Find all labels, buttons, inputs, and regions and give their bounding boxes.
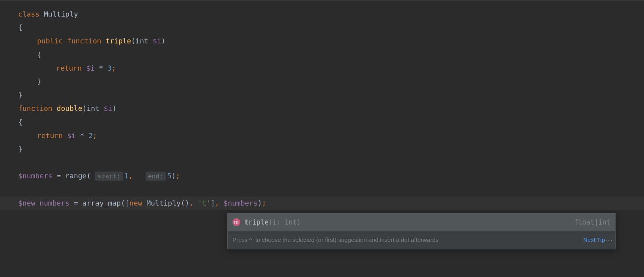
semicolon: ; xyxy=(262,199,266,207)
brace-close: } xyxy=(18,91,22,99)
paren-close: ) xyxy=(112,104,116,112)
completion-return-type: float|int xyxy=(574,216,610,228)
bracket-open: [ xyxy=(125,199,129,207)
code-line[interactable]: } xyxy=(0,88,644,102)
class-name: Multiply xyxy=(44,10,78,18)
autocomplete-popup: m triple(i: int) float|int Press ^. to c… xyxy=(227,213,616,249)
semicolon: ; xyxy=(176,172,180,180)
paren-close: ) xyxy=(171,172,176,180)
op-equals: = xyxy=(74,199,78,207)
keyword-return: return xyxy=(37,131,63,140)
code-line[interactable]: return $i * 3; xyxy=(0,62,644,75)
fn-range: range xyxy=(65,172,86,180)
type-int: int xyxy=(135,37,148,45)
code-line[interactable]: function double(int $i) xyxy=(0,102,644,115)
comma: , xyxy=(129,172,133,180)
paren-open: ( xyxy=(82,104,87,112)
empty-args: () xyxy=(181,199,189,207)
paren-open: ( xyxy=(131,37,135,45)
number-1: 1 xyxy=(124,172,129,180)
op-mul: * xyxy=(80,131,84,140)
param-hint-end: end: xyxy=(146,172,166,181)
paren-open: ( xyxy=(86,172,91,180)
code-line[interactable]: { xyxy=(0,116,644,129)
number-2: 2 xyxy=(88,131,93,140)
comma: , xyxy=(189,199,194,207)
code-line[interactable]: class Multiply xyxy=(0,7,644,21)
completion-item[interactable]: m triple(i: int) float|int xyxy=(228,213,615,231)
kebab-menu-icon[interactable]: ⋮ xyxy=(608,237,610,244)
var-i: $i xyxy=(86,64,95,72)
tip-text: Press ^. to choose the selected (or firs… xyxy=(232,234,580,246)
bracket-close: ] xyxy=(211,199,215,207)
code-line[interactable]: { xyxy=(0,21,644,34)
keyword-function: function xyxy=(18,104,52,112)
code-line[interactable]: } xyxy=(0,75,644,88)
keyword-public: public xyxy=(37,37,63,45)
brace-open: { xyxy=(18,118,22,126)
fn-array-map: array_map xyxy=(82,199,121,207)
top-divider xyxy=(0,0,644,0)
param-i: $i xyxy=(104,104,112,112)
completion-tip-bar: Press ^. to choose the selected (or firs… xyxy=(228,231,615,249)
paren-close: ) xyxy=(258,199,262,207)
next-tip-link[interactable]: Next Tip xyxy=(583,234,605,246)
code-line[interactable]: } xyxy=(0,142,644,156)
code-line[interactable]: $numbers = range( start:1, end:5); xyxy=(0,169,644,183)
method-icon: m xyxy=(232,218,240,226)
keyword-return: return xyxy=(56,64,82,72)
code-line[interactable]: public function triple(int $i) xyxy=(0,34,644,48)
var-i: $i xyxy=(67,131,76,140)
brace-close: } xyxy=(18,145,22,153)
empty-line[interactable] xyxy=(0,156,644,169)
paren-open: ( xyxy=(121,199,125,207)
param-hint-start: start: xyxy=(95,172,123,181)
function-name: double xyxy=(57,104,82,112)
brace-open: { xyxy=(37,51,41,59)
class-ctor: Multiply xyxy=(146,199,181,207)
keyword-function: function xyxy=(67,37,101,45)
code-line-active[interactable]: $new_numbers = array_map([new Multiply()… xyxy=(0,197,644,210)
semicolon: ; xyxy=(112,64,116,72)
number-5: 5 xyxy=(167,172,172,180)
code-line[interactable]: return $i * 2; xyxy=(0,129,644,142)
param-i: $i xyxy=(153,37,161,45)
var-new-numbers: $new_numbers xyxy=(18,199,69,207)
op-mul: * xyxy=(99,64,103,72)
var-numbers: $numbers xyxy=(18,172,52,180)
method-name: triple xyxy=(105,37,131,45)
keyword-class: class xyxy=(18,10,39,18)
brace-close: } xyxy=(37,77,41,86)
keyword-new: new xyxy=(129,199,142,207)
code-editor[interactable]: class Multiply { public function triple(… xyxy=(0,4,644,210)
op-equals: = xyxy=(57,172,61,180)
comma: , xyxy=(215,199,219,207)
semicolon: ; xyxy=(93,131,97,140)
number-3: 3 xyxy=(107,64,112,72)
string-t: 't' xyxy=(198,199,211,207)
type-int: int xyxy=(86,104,99,112)
brace-open: { xyxy=(18,23,22,32)
var-numbers-arg: $numbers xyxy=(223,199,258,207)
paren-close: ) xyxy=(161,37,165,45)
code-line[interactable]: { xyxy=(0,48,644,62)
empty-line[interactable] xyxy=(0,183,644,196)
completion-label: triple(i: int) xyxy=(244,216,570,228)
